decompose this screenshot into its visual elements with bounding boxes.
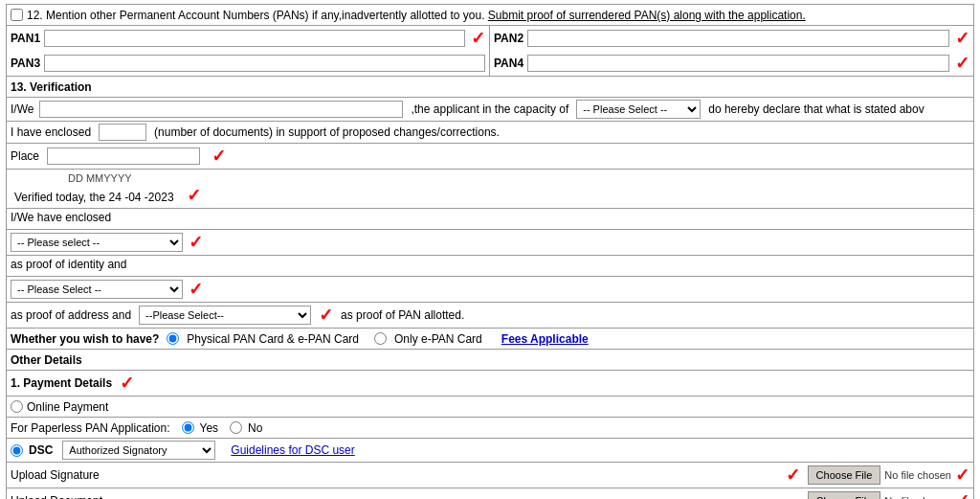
other-details-title: Other Details (11, 353, 82, 367)
payment-arrow: ✓ (120, 373, 134, 394)
proof-address-select[interactable]: -- Please Select -- (11, 280, 183, 299)
sig-arrow: ✓ (786, 465, 800, 486)
whether-row: Whether you wish to have? Physical PAN C… (6, 328, 974, 349)
select3-arrow: ✓ (319, 305, 333, 326)
online-payment-radio[interactable] (11, 400, 23, 413)
guidelines-link[interactable]: Guidelines for DSC user (231, 443, 354, 457)
whether-label: Whether you wish to have? (11, 332, 159, 346)
iwe-enclosed-label: I/We have enclosed (11, 211, 111, 224)
upload-document-right: Choose File No file chosen ✓ (808, 490, 969, 499)
pan2-cell: PAN2 ✓ (490, 26, 973, 51)
upload-signature-row: Upload Signature ✓ Choose File No file c… (6, 462, 974, 488)
payment-details-row: 1. Payment Details ✓ (6, 370, 974, 396)
physical-pan-label: Physical PAN Card & e-PAN Card (187, 332, 359, 346)
no-file-signature-text: No file chosen (884, 469, 951, 481)
choose-file-document-button[interactable]: Choose File (808, 491, 881, 499)
proof-pan-text: as proof of PAN allotted. (341, 308, 464, 322)
mention-pan-checkbox[interactable] (11, 9, 23, 21)
date-row: DD MMYYYY Verified today, the 24 -04 -20… (6, 169, 974, 208)
pan1-arrow: ✓ (471, 28, 485, 49)
mention-pan-row: 12. Mention other Permanent Account Numb… (6, 4, 974, 25)
verification-title: 13. Verification (11, 80, 92, 94)
date-arrow: ✓ (187, 185, 201, 206)
pan3-cell: PAN3 (7, 51, 490, 76)
choose-file-signature-button[interactable]: Choose File (808, 465, 881, 485)
submit-proof-link[interactable]: Submit proof of surrendered PAN(s) along… (488, 9, 806, 22)
date-hint: DD MMYYYY (68, 172, 132, 184)
pan4-cell: PAN4 ✓ (490, 51, 973, 76)
pan1-label: PAN1 (11, 32, 44, 45)
place-input[interactable] (47, 147, 200, 165)
proof-address-prefix: as proof of address and (11, 308, 131, 322)
dsc-row: DSC Authorized Signatory Guidelines for … (6, 438, 974, 462)
epan-only-radio[interactable] (374, 332, 387, 345)
enclosed-label: I have enclosed (11, 125, 91, 139)
select1-arrow: ✓ (189, 232, 203, 253)
pan3-label: PAN3 (11, 57, 44, 70)
please-select1-row: -- Please select -- ✓ (6, 229, 974, 255)
pan-row-1: PAN1 ✓ PAN2 ✓ (6, 25, 974, 51)
paperless-label: For Paperless PAN Application: (11, 421, 170, 435)
select2-arrow: ✓ (189, 279, 203, 300)
pan1-input[interactable] (44, 30, 465, 47)
proof-pan-select[interactable]: --Please Select-- (139, 306, 311, 325)
verification-header: 13. Verification (6, 76, 974, 97)
dsc-label: DSC (29, 443, 53, 457)
paperless-yes-label: Yes (200, 421, 219, 435)
proof-identity-select[interactable]: -- Please select -- (11, 233, 183, 252)
mention-pan-text: 12. Mention other Permanent Account Numb… (27, 9, 484, 22)
iwe-input[interactable] (39, 101, 403, 118)
paperless-no-label: No (248, 421, 262, 435)
place-row: Place ✓ (6, 143, 974, 169)
upload-document-row: Upload Document Choose File No file chos… (6, 488, 974, 499)
pan3-input[interactable] (44, 55, 485, 72)
capacity-label: ,the applicant in the capacity of (411, 102, 568, 116)
pan4-arrow: ✓ (955, 53, 969, 74)
pan2-label: PAN2 (494, 32, 527, 45)
proof-identity-row: as proof of identity and (6, 255, 974, 276)
please-select2-row: -- Please Select -- ✓ (6, 276, 974, 302)
place-arrow: ✓ (212, 146, 226, 167)
sig-arrow2: ✓ (955, 465, 969, 486)
dsc-select[interactable]: Authorized Signatory (62, 441, 215, 460)
fees-applicable-link[interactable]: Fees Applicable (501, 332, 589, 346)
pan2-input[interactable] (527, 30, 949, 47)
physical-pan-radio[interactable] (167, 332, 179, 345)
doc-arrow: ✓ (955, 490, 969, 499)
paperless-yes-radio[interactable] (182, 421, 194, 434)
online-payment-row: Online Payment (6, 396, 974, 417)
no-file-document-text: No file chosen (884, 495, 951, 499)
iwe-label: I/We (11, 102, 33, 116)
payment-header: 1. Payment Details (11, 376, 112, 390)
enclosed-suffix: (number of documents) in support of prop… (154, 125, 500, 139)
paperless-no-radio[interactable] (230, 421, 242, 434)
upload-document-label: Upload Document (11, 494, 804, 499)
paperless-row: For Paperless PAN Application: Yes No (6, 417, 974, 438)
upload-signature-right: ✓ Choose File No file chosen ✓ (786, 465, 969, 486)
epan-only-label: Only e-PAN Card (394, 332, 482, 346)
proof-address-row: as proof of address and --Please Select-… (6, 302, 974, 328)
iwe-row: I/We ,the applicant in the capacity of -… (6, 97, 974, 121)
upload-signature-label: Upload Signature (11, 468, 782, 482)
verified-text: Verified today, the 24 -04 -2023 (14, 191, 174, 204)
other-details-header: Other Details (6, 349, 974, 370)
pan4-input[interactable] (527, 55, 949, 72)
online-payment-label: Online Payment (27, 400, 108, 414)
pan2-arrow: ✓ (955, 28, 969, 49)
iwe-enclosed-row: I/We have enclosed (6, 208, 974, 229)
pan-row-2: PAN3 PAN4 ✓ (6, 51, 974, 76)
proof-identity-text: as proof of identity and (11, 258, 126, 271)
capacity-select[interactable]: -- Please Select -- (576, 100, 701, 119)
enclosed-row: I have enclosed (number of documents) in… (6, 121, 974, 143)
declare-text: do hereby declare that what is stated ab… (708, 102, 924, 116)
dsc-radio[interactable] (11, 444, 23, 457)
pan4-label: PAN4 (494, 57, 527, 70)
enclosed-input[interactable] (99, 124, 146, 141)
place-label: Place (11, 149, 39, 163)
pan1-cell: PAN1 ✓ (7, 26, 490, 51)
